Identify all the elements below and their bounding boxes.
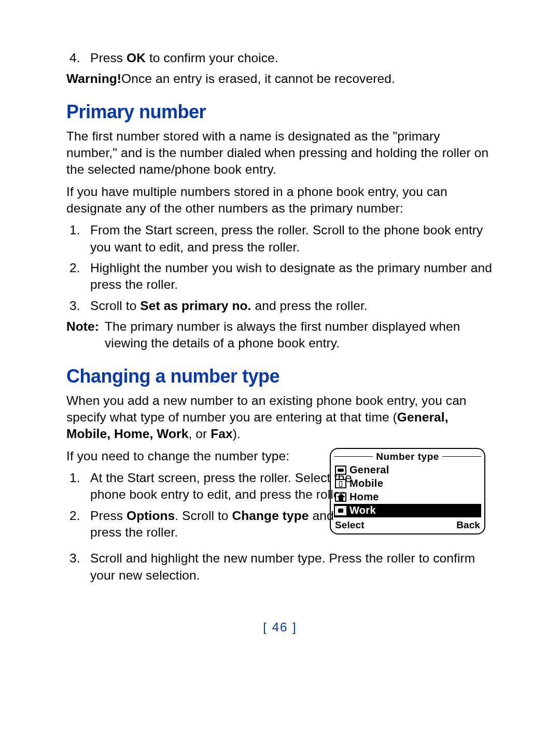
heading-changing-number-type: Changing a number type [66, 365, 494, 387]
phone-item-label: Mobile [349, 476, 383, 490]
warning-text: Once an entry is erased, it cannot be re… [121, 71, 395, 87]
mobile-icon [335, 479, 346, 488]
step-text: Highlight the number you wish to designa… [90, 260, 494, 293]
phone-screen-figure: Number type General Mobile [330, 448, 485, 534]
phone-item-label: Work [349, 503, 376, 517]
step-number: 1. [66, 470, 90, 503]
note: Note: The primary number is always the f… [66, 318, 494, 352]
softkey-back: Back [456, 518, 480, 531]
step-number: 2. [66, 260, 90, 293]
step-text: At the Start screen, press the roller. S… [90, 470, 357, 503]
phone-type-list: General Mobile Home Work [334, 463, 481, 517]
phone-item-label: General [349, 463, 389, 476]
warning-label: Warning! [66, 71, 121, 87]
phone-item-mobile: Mobile [334, 477, 481, 490]
step-number: 4. [66, 50, 90, 66]
phone-item-work-selected: Work [334, 504, 481, 517]
warning-note: Warning! Once an entry is erased, it can… [66, 71, 494, 87]
changing-section: When you add a new number to an existing… [66, 392, 494, 584]
paragraph: If you have multiple numbers stored in a… [66, 184, 494, 217]
phone-item-home: Home [334, 490, 481, 504]
phone-item-label: Home [349, 490, 379, 503]
step-number: 3. [66, 550, 90, 584]
phone-screen-title: Number type [373, 450, 442, 463]
step-text: Scroll and highlight the new number type… [90, 550, 494, 584]
phone-icon [335, 466, 346, 475]
paragraph: The first number stored with a name is d… [66, 128, 494, 178]
step-number: 1. [66, 222, 90, 256]
home-icon [335, 492, 346, 502]
erase-continuation: 4. Press OK to confirm your choice. Warn… [66, 50, 494, 88]
note-text: The primary number is always the first n… [105, 318, 494, 352]
step-text: Press Options. Scroll to Change type and… [90, 508, 357, 541]
manual-page: 4. Press OK to confirm your choice. Warn… [0, 0, 560, 732]
step-number: 3. [66, 298, 90, 314]
page-number: [ 46 ] [0, 620, 560, 635]
step-number: 2. [66, 508, 90, 541]
step-text: Scroll to Set as primary no. and press t… [90, 298, 494, 314]
phone-title-row: Number type [334, 451, 481, 462]
step-text: From the Start screen, press the roller.… [90, 222, 494, 256]
phone-softkeys: Select Back [334, 518, 481, 532]
primary-section: The first number stored with a name is d… [66, 128, 494, 352]
paragraph: When you add a new number to an existing… [66, 392, 494, 443]
work-icon [335, 506, 346, 515]
note-label: Note: [66, 318, 105, 352]
softkey-select: Select [335, 518, 365, 531]
phone-item-general: General [334, 463, 481, 477]
paragraph: If you need to change the number type: [66, 448, 357, 464]
heading-primary-number: Primary number [66, 101, 494, 123]
step-text: Press OK to confirm your choice. [90, 50, 494, 66]
